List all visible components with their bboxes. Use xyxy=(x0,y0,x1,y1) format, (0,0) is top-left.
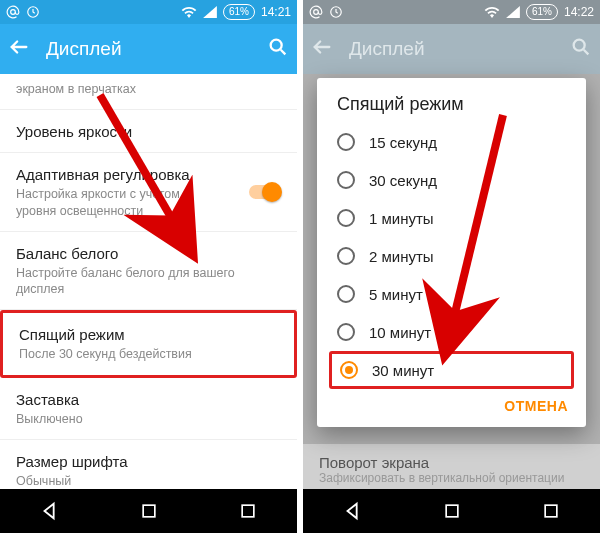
battery-level: 61% xyxy=(223,4,255,20)
nav-bar xyxy=(303,489,600,533)
at-icon xyxy=(6,5,20,19)
list-item-brightness[interactable]: Уровень яркости xyxy=(0,110,297,153)
list-item-rotation: Поворот экрана Зафиксировать в вертикаль… xyxy=(303,444,600,489)
radio-icon xyxy=(337,323,355,341)
radio-icon xyxy=(340,361,358,379)
page-title: Дисплей xyxy=(46,38,251,60)
svg-point-5 xyxy=(314,10,319,15)
nav-back-icon[interactable] xyxy=(342,500,364,522)
svg-rect-9 xyxy=(545,505,557,517)
svg-rect-3 xyxy=(144,505,156,517)
radio-option[interactable]: 30 минут xyxy=(329,351,574,389)
radio-option[interactable]: 1 минуты xyxy=(317,199,586,237)
svg-rect-8 xyxy=(447,505,459,517)
list-item-sleep[interactable]: Спящий режим После 30 секунд бездействия xyxy=(0,310,297,377)
sleep-timeout-dialog: Спящий режим 15 секунд30 секунд1 минуты2… xyxy=(317,78,586,427)
wifi-icon xyxy=(484,6,500,18)
list-item-adaptive[interactable]: Адаптивная регулировка Настройка яркости… xyxy=(0,153,297,232)
radio-label: 10 минут xyxy=(369,324,431,341)
radio-label: 15 секунд xyxy=(369,134,437,151)
settings-list: экраном в перчатках Уровень яркости Адап… xyxy=(0,74,297,533)
radio-option[interactable]: 15 секунд xyxy=(317,123,586,161)
radio-icon xyxy=(337,171,355,189)
nav-bar xyxy=(0,489,297,533)
radio-label: 5 минут xyxy=(369,286,423,303)
svg-rect-4 xyxy=(242,505,254,517)
clock-icon xyxy=(26,5,40,19)
radio-icon xyxy=(337,133,355,151)
list-item-white-balance[interactable]: Баланс белого Настройте баланс белого дл… xyxy=(0,232,297,311)
clock-time: 14:21 xyxy=(261,5,291,19)
cancel-button[interactable]: ОТМЕНА xyxy=(504,398,568,414)
nav-home-icon[interactable] xyxy=(139,501,159,521)
radio-option[interactable]: 2 минуты xyxy=(317,237,586,275)
search-icon[interactable] xyxy=(570,36,592,62)
app-bar: Дисплей xyxy=(0,24,297,74)
nav-home-icon[interactable] xyxy=(442,501,462,521)
radio-label: 30 минут xyxy=(372,362,434,379)
app-bar: Дисплей xyxy=(303,24,600,74)
wifi-icon xyxy=(181,6,197,18)
nav-recent-icon[interactable] xyxy=(541,501,561,521)
clock-time: 14:22 xyxy=(564,5,594,19)
signal-icon xyxy=(203,6,217,18)
nav-recent-icon[interactable] xyxy=(238,501,258,521)
dialog-title: Спящий режим xyxy=(317,94,586,123)
battery-level: 61% xyxy=(526,4,558,20)
nav-back-icon[interactable] xyxy=(39,500,61,522)
radio-icon xyxy=(337,209,355,227)
radio-option[interactable]: 10 минут xyxy=(317,313,586,351)
page-title: Дисплей xyxy=(349,38,554,60)
radio-option[interactable]: 30 секунд xyxy=(317,161,586,199)
radio-option[interactable]: 5 минут xyxy=(317,275,586,313)
list-item[interactable]: экраном в перчатках xyxy=(0,74,297,110)
status-bar: 61% 14:21 xyxy=(0,0,297,24)
back-icon[interactable] xyxy=(8,36,30,62)
radio-label: 2 минуты xyxy=(369,248,434,265)
svg-point-0 xyxy=(11,10,16,15)
radio-label: 30 секунд xyxy=(369,172,437,189)
list-item-daydream[interactable]: Заставка Выключено xyxy=(0,378,297,440)
screenshot-left: 61% 14:21 Дисплей экраном в перчатках Ур… xyxy=(0,0,297,533)
status-bar: 61% 14:22 xyxy=(303,0,600,24)
toggle-on-icon[interactable] xyxy=(249,185,279,199)
radio-icon xyxy=(337,285,355,303)
svg-point-2 xyxy=(271,40,282,51)
screenshot-right: 61% 14:22 Дисплей Поворот экрана Зафикси… xyxy=(303,0,600,533)
back-icon[interactable] xyxy=(311,36,333,62)
search-icon[interactable] xyxy=(267,36,289,62)
svg-point-7 xyxy=(574,40,585,51)
radio-icon xyxy=(337,247,355,265)
signal-icon xyxy=(506,6,520,18)
at-icon xyxy=(309,5,323,19)
clock-icon xyxy=(329,5,343,19)
radio-label: 1 минуты xyxy=(369,210,434,227)
